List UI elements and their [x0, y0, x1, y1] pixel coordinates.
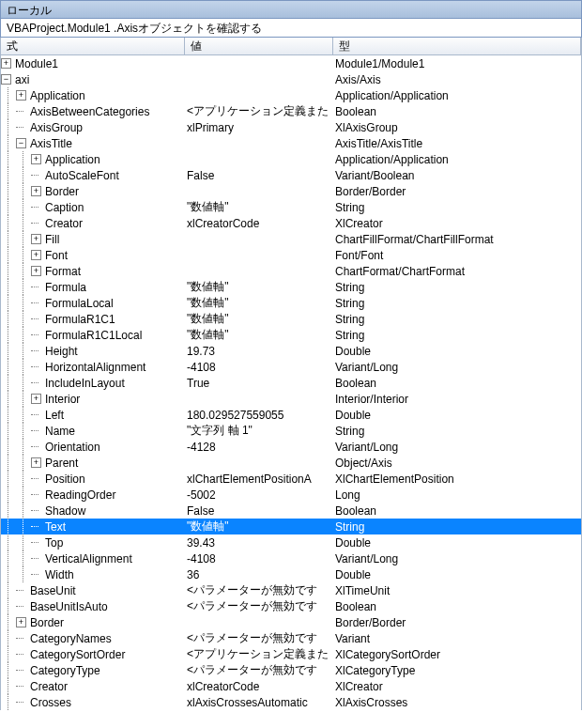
- expr-cell: AxisGroup: [1, 119, 185, 135]
- tree-row[interactable]: Caption"数値軸"String: [1, 199, 581, 215]
- expand-icon[interactable]: [31, 394, 41, 404]
- expr-cell: Name: [1, 423, 185, 439]
- type-cell: Font/Font: [333, 249, 581, 262]
- expand-icon[interactable]: [31, 457, 41, 468]
- leaf-icon: [31, 521, 41, 532]
- tree-row[interactable]: PositionxlChartElementPositionAXlChartEl…: [1, 471, 581, 487]
- expr-cell: CategoryNames: [1, 630, 185, 646]
- expand-icon[interactable]: [1, 58, 11, 69]
- type-cell: Border/Border: [333, 185, 581, 198]
- leaf-icon: [16, 697, 26, 707]
- tree-row[interactable]: FormulaLocal"数値軸"String: [1, 295, 581, 311]
- tree-row[interactable]: CategorySortOrder<アプリケーション定義またXlCategory…: [1, 646, 581, 662]
- tree-row[interactable]: FontFont/Font: [1, 247, 581, 263]
- tree-row[interactable]: Height19.73Double: [1, 343, 581, 359]
- expr-cell: Format: [1, 263, 185, 279]
- tree-row[interactable]: FormulaR1C1"数値軸"String: [1, 311, 581, 327]
- property-name: Height: [44, 345, 78, 358]
- tree-row[interactable]: ApplicationApplication/Application: [1, 151, 581, 167]
- type-cell: ChartFormat/ChartFormat: [333, 265, 581, 278]
- expand-icon[interactable]: [31, 266, 41, 276]
- tree-row[interactable]: AutoScaleFontFalseVariant/Boolean: [1, 167, 581, 183]
- tree-row[interactable]: BorderBorder/Border: [1, 183, 581, 199]
- value-cell: <パラメーターが無効です: [185, 582, 333, 598]
- tree-row[interactable]: axiAxis/Axis: [1, 71, 581, 87]
- tree-row[interactable]: Formula"数値軸"String: [1, 279, 581, 295]
- tree-row[interactable]: AxisBetweenCategories<アプリケーション定義またBoolea…: [1, 103, 581, 119]
- expand-icon[interactable]: [31, 186, 41, 196]
- type-cell: AxisTitle/AxisTitle: [333, 137, 581, 150]
- tree-row[interactable]: ParentObject/Axis: [1, 455, 581, 471]
- property-name: axi: [14, 73, 29, 86]
- property-name: AxisBetweenCategories: [29, 105, 149, 118]
- tree-row[interactable]: Left180.029527559055Double: [1, 407, 581, 423]
- value-cell: True: [185, 377, 333, 390]
- property-name: CategoryType: [29, 664, 100, 677]
- value-cell: <アプリケーション定義また: [185, 646, 333, 662]
- type-cell: Border/Border: [333, 616, 581, 629]
- tree-row[interactable]: VerticalAlignment-4108Variant/Long: [1, 550, 581, 566]
- tree-row[interactable]: ShadowFalseBoolean: [1, 503, 581, 519]
- tree-row[interactable]: BorderBorder/Border: [1, 614, 581, 630]
- tree-row[interactable]: ReadingOrder-5002Long: [1, 487, 581, 503]
- tree-row[interactable]: BaseUnitIsAuto<パラメーターが無効ですBoolean: [1, 598, 581, 614]
- expr-cell: Orientation: [1, 439, 185, 455]
- tree-row[interactable]: Module1Module1/Module1: [1, 55, 581, 71]
- expr-cell: Caption: [1, 199, 185, 215]
- tree-row[interactable]: IncludeInLayoutTrueBoolean: [1, 375, 581, 391]
- context-path: VBAProject.Module1 .Axisオブジェクトを確認する: [0, 19, 582, 38]
- tree-row[interactable]: BaseUnit<パラメーターが無効ですXlTimeUnit: [1, 582, 581, 598]
- tree-row[interactable]: CreatorxlCreatorCodeXlCreator: [1, 678, 581, 694]
- expand-icon[interactable]: [31, 154, 41, 164]
- locals-tree[interactable]: Module1Module1/Module1axiAxis/AxisApplic…: [0, 55, 582, 710]
- tree-row[interactable]: ApplicationApplication/Application: [1, 87, 581, 103]
- expr-cell: Module1: [1, 55, 185, 71]
- leaf-icon: [31, 489, 41, 500]
- type-cell: Long: [333, 488, 581, 502]
- tree-row[interactable]: FillChartFillFormat/ChartFillFormat: [1, 231, 581, 247]
- tree-row[interactable]: HorizontalAlignment-4108Variant/Long: [1, 359, 581, 375]
- value-cell: "数値軸": [185, 519, 333, 534]
- leaf-icon: [16, 649, 26, 659]
- value-cell: "数値軸": [185, 327, 333, 343]
- tree-row[interactable]: CreatorxlCreatorCodeXlCreator: [1, 215, 581, 231]
- tree-row[interactable]: AxisTitleAxisTitle/AxisTitle: [1, 135, 581, 151]
- value-cell: xlAxisCrossesAutomatic: [185, 696, 333, 709]
- header-type[interactable]: 型: [333, 38, 581, 54]
- type-cell: String: [333, 297, 581, 310]
- property-name: VerticalAlignment: [44, 552, 132, 565]
- property-name: Shadow: [44, 504, 85, 518]
- collapse-icon[interactable]: [1, 74, 11, 85]
- expr-cell: BaseUnitIsAuto: [1, 598, 185, 614]
- tree-row[interactable]: Orientation-4128Variant/Long: [1, 439, 581, 455]
- expand-icon[interactable]: [16, 617, 26, 627]
- leaf-icon: [31, 426, 41, 436]
- header-value[interactable]: 値: [185, 38, 333, 54]
- expand-icon[interactable]: [31, 250, 41, 260]
- leaf-icon: [31, 473, 41, 484]
- tree-row[interactable]: AxisGroupxlPrimaryXlAxisGroup: [1, 119, 581, 135]
- tree-row[interactable]: Name"文字列 軸 1"String: [1, 423, 581, 439]
- tree-row[interactable]: CategoryNames<パラメーターが無効ですVariant: [1, 630, 581, 646]
- tree-row[interactable]: Width36Double: [1, 566, 581, 582]
- tree-row[interactable]: FormatChartFormat/ChartFormat: [1, 263, 581, 279]
- type-cell: XlAxisGroup: [333, 121, 581, 134]
- type-cell: Variant/Long: [333, 552, 581, 565]
- property-name: AutoScaleFont: [44, 169, 119, 182]
- expand-icon[interactable]: [31, 234, 41, 244]
- leaf-icon: [16, 601, 26, 612]
- tree-row[interactable]: InteriorInterior/Interior: [1, 391, 581, 407]
- tree-row[interactable]: CategoryType<パラメーターが無効ですXlCategoryType: [1, 662, 581, 678]
- expr-cell: ReadingOrder: [1, 487, 185, 503]
- window-title: ローカル: [0, 0, 582, 19]
- tree-row[interactable]: Text"数値軸"String: [1, 519, 581, 534]
- expand-icon[interactable]: [16, 90, 26, 101]
- type-cell: XlCreator: [333, 217, 581, 230]
- header-expression[interactable]: 式: [1, 38, 185, 54]
- collapse-icon[interactable]: [16, 138, 26, 148]
- tree-row[interactable]: Top39.43Double: [1, 534, 581, 550]
- tree-row[interactable]: CrossesxlAxisCrossesAutomaticXlAxisCross…: [1, 694, 581, 710]
- tree-row[interactable]: FormulaR1C1Local"数値軸"String: [1, 327, 581, 343]
- leaf-icon: [31, 282, 41, 292]
- expr-cell: CategorySortOrder: [1, 646, 185, 662]
